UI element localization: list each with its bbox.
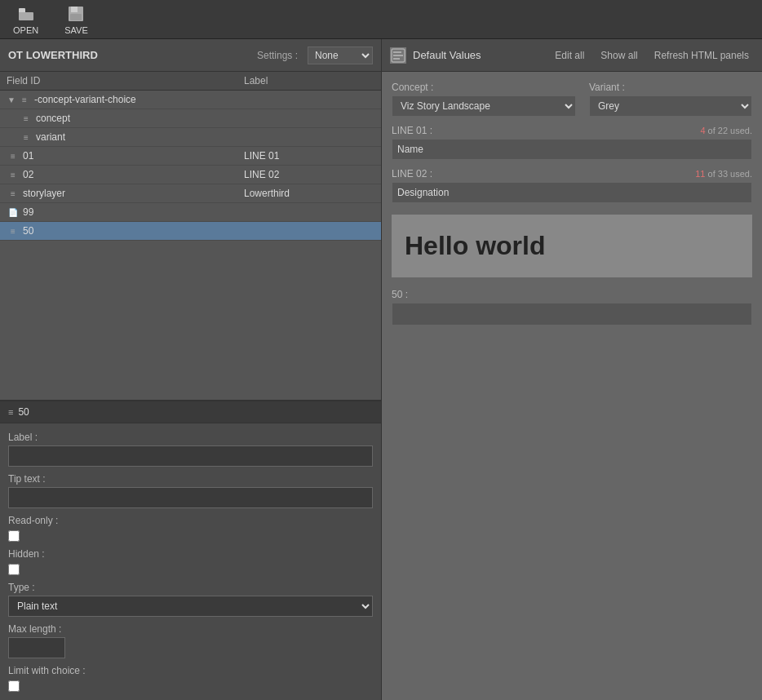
svg-rect-8 [393, 58, 400, 60]
type-select[interactable]: Plain text Rich text Number Date Boolean [8, 596, 373, 617]
svg-rect-1 [19, 12, 33, 20]
line02-group: LINE 02 : 11 of 33 used. [392, 168, 752, 203]
label-input[interactable] [8, 445, 373, 467]
settings-select[interactable]: None [308, 47, 373, 64]
expand-icon: ▼ [7, 95, 16, 104]
field-label: LINE 02 [244, 169, 374, 180]
svg-rect-7 [393, 55, 403, 56]
svg-rect-3 [71, 7, 78, 12]
list-icon: ≡ [20, 131, 33, 144]
toolbar: OPEN SAVE [0, 0, 762, 39]
line01-count-num: 4 [700, 126, 705, 135]
lowerthird-title: OT LOWERTHIRD [8, 49, 247, 61]
variant-label: Variant : [589, 82, 752, 93]
field-name: storylayer [23, 188, 244, 199]
type-prop-row: Type : Plain text Rich text Number Date … [8, 582, 373, 617]
bottom-panel-body: Label : Tip text : Read-only : Hidden : [0, 423, 381, 700]
save-button[interactable]: SAVE [58, 1, 95, 38]
field-name: 50 [23, 225, 244, 237]
limit-with-choice-prop-label: Limit with choice : [8, 665, 373, 676]
field-item-01[interactable]: ≡ 01 LINE 01 [0, 147, 381, 166]
field-list: ▼ ≡ -concept-variant-choice ≡ concept ≡ … [0, 91, 381, 400]
read-only-prop-row: Read-only : [8, 515, 373, 542]
edit-all-button[interactable]: Edit all [550, 48, 589, 63]
field-item-concept[interactable]: ≡ concept [0, 109, 381, 128]
variant-select[interactable]: Grey [589, 95, 752, 117]
field-item-concept-variant-choice[interactable]: ▼ ≡ -concept-variant-choice [0, 91, 381, 109]
refresh-html-panels-button[interactable]: Refresh HTML panels [649, 48, 754, 63]
field-label: Lowerthird [244, 188, 374, 199]
line02-label: LINE 02 : [392, 168, 432, 179]
hidden-checkbox[interactable] [8, 564, 20, 575]
line02-input[interactable] [392, 182, 752, 203]
field-item-variant[interactable]: ≡ variant [0, 128, 381, 147]
max-length-input[interactable] [8, 637, 65, 658]
max-length-prop-row: Max length : [8, 623, 373, 658]
right-panel: Default Values Edit all Show all Refresh… [382, 39, 762, 700]
field-item-99[interactable]: 📄 99 [0, 203, 381, 222]
read-only-prop-label: Read-only : [8, 515, 373, 526]
list-icon: ≡ [7, 224, 20, 237]
bottom-panel-header: ≡ 50 [0, 401, 381, 423]
tip-text-prop-row: Tip text : [8, 473, 373, 508]
left-header: OT LOWERTHIRD Settings : None [0, 39, 381, 72]
line01-group: LINE 01 : 4 of 22 used. [392, 125, 752, 160]
list-icon-small: ≡ [8, 407, 13, 417]
main-container: OT LOWERTHIRD Settings : None Field ID L… [0, 39, 762, 700]
list-icon: ≡ [18, 93, 31, 106]
bottom-panel-title: 50 [18, 406, 29, 418]
left-panel: OT LOWERTHIRD Settings : None Field ID L… [0, 39, 382, 700]
line02-header: LINE 02 : 11 of 33 used. [392, 168, 752, 179]
preview-text: Hello world [405, 231, 545, 260]
col-label-header: Label [244, 75, 374, 86]
field-list-header: Field ID Label [0, 72, 381, 91]
field50-group: 50 : [392, 289, 752, 326]
right-header: Default Values Edit all Show all Refresh… [382, 39, 762, 72]
variant-group: Variant : Grey [589, 82, 752, 117]
field50-input[interactable] [392, 303, 752, 326]
open-icon [16, 4, 36, 24]
field-name: 01 [23, 150, 244, 162]
save-icon [66, 4, 86, 24]
max-length-prop-label: Max length : [8, 623, 373, 635]
hidden-prop-row: Hidden : [8, 548, 373, 575]
line01-count: 4 of 22 used. [700, 126, 752, 135]
field-name: concept [36, 113, 244, 124]
col-id-header: Field ID [7, 75, 244, 86]
field-name: variant [36, 131, 244, 143]
limit-with-choice-prop-row: Limit with choice : [8, 665, 373, 692]
line01-header: LINE 01 : 4 of 22 used. [392, 125, 752, 136]
field-name: 02 [23, 169, 244, 180]
show-all-button[interactable]: Show all [596, 48, 642, 63]
list-icon: ≡ [7, 187, 20, 200]
field-item-storylayer[interactable]: ≡ storylayer Lowerthird [0, 184, 381, 203]
read-only-checkbox[interactable] [8, 530, 20, 542]
svg-rect-6 [393, 51, 401, 53]
doc-icon: 📄 [7, 206, 20, 219]
field-name: -concept-variant-choice [34, 94, 244, 105]
open-button[interactable]: OPEN [7, 1, 45, 38]
list-icon: ≡ [20, 112, 33, 125]
default-values-icon [390, 47, 406, 64]
line01-input[interactable] [392, 139, 752, 160]
field-item-50[interactable]: ≡ 50 [0, 222, 381, 241]
list-icon: ≡ [7, 149, 20, 162]
concept-label: Concept : [392, 82, 576, 93]
default-values-title: Default Values [413, 49, 543, 61]
tip-text-input[interactable] [8, 487, 373, 508]
bottom-panel: ≡ 50 Label : Tip text : Read-only : Hi [0, 400, 381, 700]
field50-label: 50 : [392, 289, 752, 300]
field-name: 99 [23, 206, 244, 218]
concept-group: Concept : Viz Story Landscape [392, 82, 576, 117]
settings-label: Settings : [257, 50, 298, 61]
label-prop-label: Label : [8, 432, 373, 443]
line02-count: 11 of 33 used. [695, 169, 752, 179]
concept-select[interactable]: Viz Story Landscape [392, 95, 576, 117]
limit-with-choice-checkbox[interactable] [8, 680, 20, 692]
right-content: Concept : Viz Story Landscape Variant : … [382, 72, 762, 335]
hidden-prop-label: Hidden : [8, 548, 373, 560]
tip-text-prop-label: Tip text : [8, 473, 373, 485]
field-item-02[interactable]: ≡ 02 LINE 02 [0, 166, 381, 184]
line01-label: LINE 01 : [392, 125, 432, 136]
concept-variant-row: Concept : Viz Story Landscape Variant : … [392, 82, 752, 117]
